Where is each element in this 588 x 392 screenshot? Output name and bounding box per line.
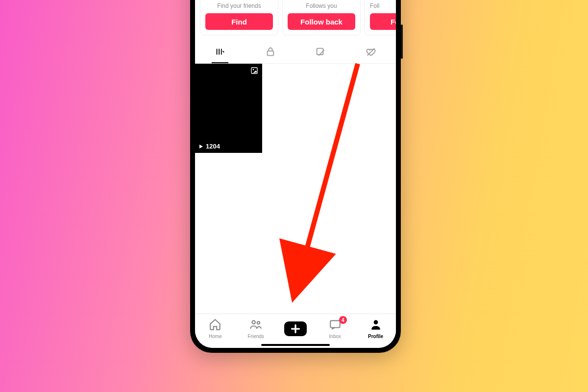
tab-liked[interactable] bbox=[346, 42, 396, 63]
tab-feed[interactable] bbox=[195, 42, 245, 63]
profile-tabs bbox=[195, 42, 396, 64]
heart-hidden-icon bbox=[366, 47, 376, 59]
follow-back-button[interactable]: Follow back bbox=[288, 13, 355, 30]
home-icon bbox=[209, 318, 221, 333]
suggestion-card: Follows you Follow back bbox=[282, 0, 361, 35]
posts-grid: 1204 bbox=[195, 64, 396, 314]
nav-label: Home bbox=[209, 334, 222, 339]
profile-icon bbox=[369, 318, 382, 333]
nav-profile[interactable]: Profile bbox=[361, 318, 391, 339]
tab-private[interactable] bbox=[245, 42, 296, 63]
svg-marker-8 bbox=[199, 145, 203, 148]
repost-icon bbox=[315, 47, 326, 59]
svg-point-10 bbox=[257, 321, 260, 324]
view-count-value: 1204 bbox=[206, 143, 220, 150]
home-indicator bbox=[261, 344, 330, 346]
nav-label: Inbox bbox=[329, 334, 341, 339]
feed-icon bbox=[215, 47, 225, 59]
svg-rect-13 bbox=[330, 320, 340, 327]
bottom-nav: Home Friends 4 bbox=[195, 314, 396, 348]
suggestion-subtitle: Find your friends bbox=[217, 2, 261, 9]
nav-inbox[interactable]: 4 Inbox bbox=[320, 318, 350, 339]
suggestion-card: Find your friends Find bbox=[200, 0, 278, 35]
view-count: 1204 bbox=[198, 143, 220, 150]
svg-point-9 bbox=[252, 320, 256, 324]
nav-home[interactable]: Home bbox=[200, 318, 230, 339]
plus-icon bbox=[289, 322, 302, 335]
nav-label: Profile bbox=[368, 334, 383, 339]
photo-icon bbox=[250, 67, 258, 76]
suggestion-cards-row: Find your friends Find Follows you Follo… bbox=[195, 0, 396, 35]
follow-button[interactable]: Follo bbox=[370, 13, 396, 30]
nav-friends[interactable]: Friends bbox=[241, 318, 270, 339]
suggestion-subtitle: Foll bbox=[370, 2, 379, 9]
inbox-badge: 4 bbox=[339, 316, 347, 324]
find-button[interactable]: Find bbox=[205, 13, 273, 30]
suggestion-subtitle: Follows you bbox=[306, 2, 337, 9]
nav-create[interactable] bbox=[282, 321, 309, 336]
lock-icon bbox=[265, 47, 276, 59]
phone-frame: Find your friends Find Follows you Follo… bbox=[190, 0, 401, 353]
svg-point-14 bbox=[373, 320, 378, 324]
friends-icon bbox=[249, 318, 262, 333]
phone-side-button bbox=[401, 24, 403, 59]
gradient-background: Find your friends Find Follows you Follo… bbox=[0, 0, 588, 392]
video-thumbnail[interactable]: 1204 bbox=[195, 64, 262, 153]
suggestion-card: Foll Follo bbox=[365, 0, 396, 35]
nav-label: Friends bbox=[248, 334, 264, 339]
svg-point-7 bbox=[253, 69, 254, 71]
app-screen: Find your friends Find Follows you Follo… bbox=[195, 0, 396, 348]
create-button[interactable] bbox=[284, 321, 307, 336]
svg-rect-3 bbox=[267, 51, 273, 55]
tab-reposts[interactable] bbox=[295, 42, 346, 63]
